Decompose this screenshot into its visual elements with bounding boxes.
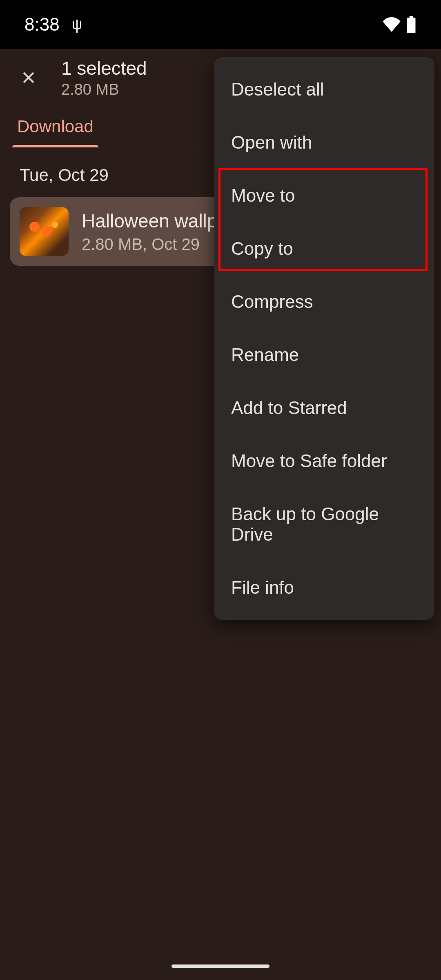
status-right	[382, 16, 416, 33]
menu-move-to-safe[interactable]: Move to Safe folder	[214, 434, 434, 488]
file-meta: 2.80 MB, Oct 29	[82, 235, 228, 254]
tab-download[interactable]: Download	[12, 106, 98, 147]
gesture-bar[interactable]	[172, 964, 270, 968]
menu-backup-drive[interactable]: Back up to Google Drive	[214, 488, 434, 561]
battery-icon	[406, 16, 416, 33]
wifi-icon	[382, 17, 401, 32]
file-name: Halloween wallpa	[82, 210, 228, 232]
overflow-menu: Deselect all Open with Move to Copy to C…	[214, 57, 434, 620]
file-info: Halloween wallpa 2.80 MB, Oct 29	[82, 210, 228, 254]
status-bar: 8:38 ψ	[0, 0, 441, 49]
selection-count: 1 selected	[61, 57, 147, 79]
status-time: 8:38	[24, 14, 60, 35]
menu-add-to-starred[interactable]: Add to Starred	[214, 381, 434, 434]
status-left: 8:38 ψ	[24, 14, 82, 35]
usb-icon: ψ	[72, 16, 82, 33]
menu-deselect-all[interactable]: Deselect all	[214, 63, 434, 116]
menu-rename[interactable]: Rename	[214, 328, 434, 381]
menu-open-with[interactable]: Open with	[214, 116, 434, 169]
menu-move-to[interactable]: Move to	[214, 169, 434, 222]
file-thumbnail	[20, 207, 69, 256]
selection-size: 2.80 MB	[61, 81, 147, 98]
selection-info: 1 selected 2.80 MB	[61, 57, 147, 98]
menu-copy-to[interactable]: Copy to	[214, 222, 434, 275]
close-icon[interactable]	[16, 65, 41, 90]
menu-file-info[interactable]: File info	[214, 561, 434, 614]
menu-compress[interactable]: Compress	[214, 275, 434, 328]
